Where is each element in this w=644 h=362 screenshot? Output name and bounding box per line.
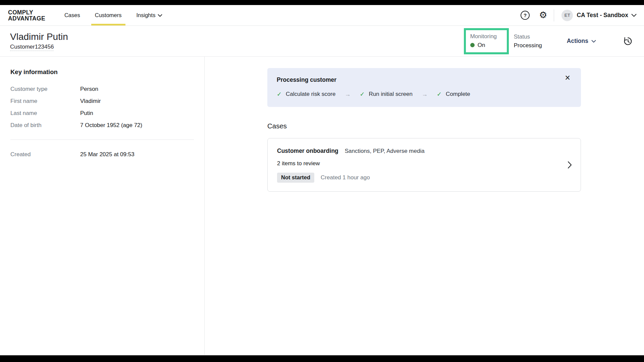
case-created-time: Created 1 hour ago — [321, 174, 370, 181]
case-status-row: Not started Created 1 hour ago — [277, 173, 573, 183]
logo-line1: COMPLY — [8, 9, 45, 15]
processing-customer-banner: Processing customer × ✓ Calculate risk s… — [267, 68, 581, 107]
case-title-row: Customer onboarding Sanctions, PEP, Adve… — [277, 147, 573, 155]
banner-title: Processing customer — [277, 76, 573, 83]
kv-row-customer-type: Customer type Person — [10, 85, 194, 93]
topbar-divider — [554, 9, 554, 21]
kv-row-last-name: Last name Putin — [10, 110, 194, 117]
step-label: Run initial screen — [369, 91, 413, 98]
kv-value: 7 October 1952 (age 72) — [80, 122, 142, 129]
kv-label: Created — [10, 151, 80, 158]
panel-divider — [10, 139, 194, 140]
account-menu[interactable]: ET CA Test - Sandbox — [561, 10, 637, 21]
customer-id[interactable]: Customer123456 — [10, 44, 54, 51]
key-information-panel: Key information Customer type Person Fir… — [0, 57, 205, 355]
top-black-bar — [0, 0, 644, 5]
header-controls: Monitoring On Status Processing Actions — [464, 28, 633, 54]
tab-cases[interactable]: Cases — [61, 5, 84, 25]
history-icon[interactable] — [623, 36, 633, 46]
main-content: Processing customer × ✓ Calculate risk s… — [205, 57, 644, 355]
key-information-heading: Key information — [10, 68, 194, 76]
kv-value: Vladimir — [80, 98, 101, 105]
check-icon: ✓ — [360, 90, 365, 98]
check-icon: ✓ — [437, 90, 442, 98]
close-icon[interactable]: × — [565, 73, 570, 82]
primary-nav: Cases Customers Insights — [61, 5, 173, 25]
help-icon[interactable]: ? — [521, 11, 530, 20]
tab-insights-label: Insights — [137, 12, 156, 18]
arrow-right-icon: → — [422, 91, 428, 98]
chevron-down-icon — [631, 12, 637, 18]
kv-label: Customer type — [10, 85, 80, 93]
case-review-count: 2 items to review — [277, 160, 573, 167]
case-title: Customer onboarding — [277, 147, 338, 155]
monitoring-value-text: On — [478, 41, 485, 49]
status-block: Status Processing — [514, 33, 542, 50]
status-value: Processing — [514, 42, 542, 50]
key-information-rows: Customer type Person First name Vladimir… — [10, 85, 194, 129]
check-icon: ✓ — [277, 90, 282, 98]
step-calculate-risk-score: ✓ Calculate risk score — [277, 90, 335, 98]
kv-label: First name — [10, 98, 80, 105]
customer-identity: Vladimir Putin Customer123456 — [10, 32, 68, 51]
kv-row-first-name: First name Vladimir — [10, 98, 194, 105]
monitoring-highlight-box[interactable]: Monitoring On — [464, 28, 509, 54]
status-badge: Not started — [277, 173, 314, 183]
chevron-down-icon — [591, 38, 596, 45]
top-navigation-bar: COMPLY ADVANTAGE Cases Customers Insight… — [0, 5, 644, 26]
cases-heading: Cases — [267, 122, 644, 130]
topbar-right-cluster: ? ⚙ ET CA Test - Sandbox — [521, 5, 637, 25]
actions-label: Actions — [567, 38, 588, 45]
page-title: Vladimir Putin — [10, 32, 68, 42]
kv-label: Date of birth — [10, 122, 80, 129]
monitoring-value: On — [470, 41, 502, 49]
logo-line2: ADVANTAGE — [8, 15, 45, 21]
monitoring-on-dot-icon — [470, 43, 475, 47]
monitoring-label: Monitoring — [470, 33, 502, 41]
kv-label: Last name — [10, 110, 80, 117]
avatar: ET — [561, 10, 573, 21]
step-label: Calculate risk score — [286, 91, 335, 98]
chevron-down-icon — [158, 12, 162, 18]
case-card-customer-onboarding[interactable]: Customer onboarding Sanctions, PEP, Adve… — [267, 138, 581, 192]
step-run-initial-screen: ✓ Run initial screen — [360, 90, 413, 98]
comply-advantage-logo[interactable]: COMPLY ADVANTAGE — [8, 5, 45, 25]
kv-row-date-of-birth: Date of birth 7 October 1952 (age 72) — [10, 122, 194, 129]
gear-icon[interactable]: ⚙ — [539, 11, 547, 20]
kv-value: Person — [80, 85, 98, 93]
processing-steps: ✓ Calculate risk score → ✓ Run initial s… — [277, 90, 573, 98]
actions-button[interactable]: Actions — [567, 38, 596, 45]
bottom-black-bar — [0, 355, 644, 362]
chevron-right-icon[interactable] — [568, 161, 572, 169]
kv-row-created: Created 25 Mar 2025 at 09:53 — [10, 151, 194, 158]
status-label: Status — [514, 33, 542, 41]
content-area: Key information Customer type Person Fir… — [0, 57, 644, 355]
kv-value: Putin — [80, 110, 93, 117]
arrow-right-icon: → — [344, 91, 351, 98]
step-label: Complete — [446, 91, 470, 98]
kv-value: 25 Mar 2025 at 09:53 — [80, 151, 135, 158]
case-screening-types: Sanctions, PEP, Adverse media — [345, 148, 425, 155]
account-name: CA Test - Sandbox — [577, 12, 628, 19]
tab-insights[interactable]: Insights — [133, 5, 166, 25]
tab-customers[interactable]: Customers — [91, 5, 125, 25]
customer-page-header: Vladimir Putin Customer123456 Monitoring… — [0, 26, 644, 57]
step-complete: ✓ Complete — [437, 90, 470, 98]
